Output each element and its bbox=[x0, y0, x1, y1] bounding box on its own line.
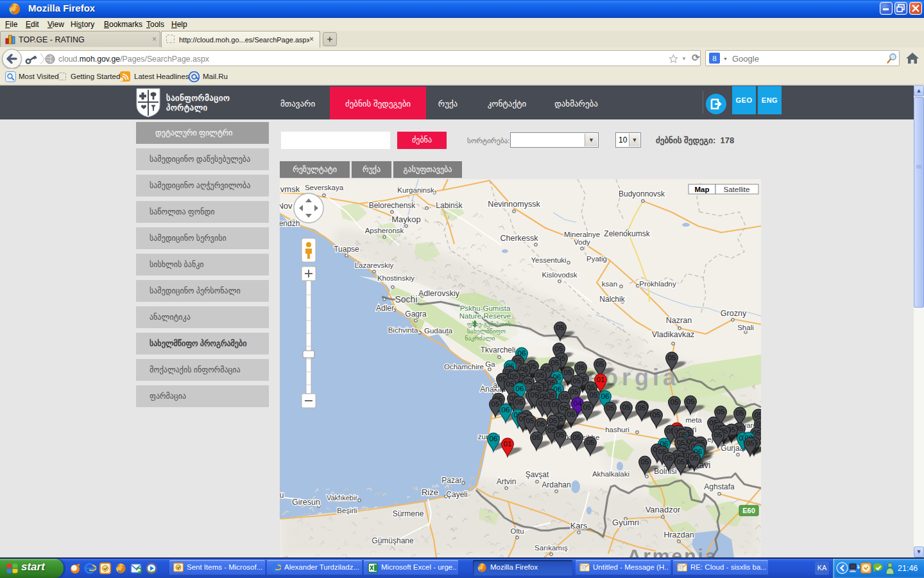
svg-text:Gyumri: Gyumri bbox=[612, 518, 639, 527]
svg-text:05: 05 bbox=[549, 417, 558, 425]
svg-text:Labinsk: Labinsk bbox=[436, 201, 463, 210]
svg-text:05: 05 bbox=[606, 404, 615, 412]
svg-text:Adler: Adler bbox=[376, 304, 394, 313]
svg-text:05: 05 bbox=[570, 388, 579, 396]
svg-text:05: 05 bbox=[668, 354, 676, 362]
svg-text:hashuri: hashuri bbox=[605, 426, 629, 434]
svg-text:Pazar: Pazar bbox=[441, 476, 461, 485]
svg-text:Apsheronsk: Apsheronsk bbox=[365, 227, 404, 234]
svg-text:Satellite: Satellite bbox=[724, 186, 750, 193]
svg-text:05: 05 bbox=[590, 391, 598, 399]
svg-text:05: 05 bbox=[714, 431, 723, 439]
svg-text:Gümüşhane: Gümüşhane bbox=[372, 536, 414, 545]
svg-text:meta: meta bbox=[685, 416, 702, 424]
svg-text:05: 05 bbox=[573, 377, 581, 385]
svg-text:Zelenokumsk: Zelenokumsk bbox=[604, 229, 650, 238]
svg-text:06: 06 bbox=[516, 385, 524, 392]
svg-text:Gagra: Gagra bbox=[405, 310, 427, 319]
svg-text:05: 05 bbox=[561, 393, 569, 401]
svg-text:Tuapse: Tuapse bbox=[334, 245, 359, 254]
svg-text:05: 05 bbox=[573, 434, 581, 441]
svg-text:Sarıkamış: Sarıkamış bbox=[535, 544, 568, 552]
svg-text:Kurganinsk: Kurganinsk bbox=[397, 186, 434, 194]
svg-text:Map: Map bbox=[695, 186, 710, 193]
svg-text:Gudauta: Gudauta bbox=[424, 327, 453, 335]
svg-text:05: 05 bbox=[746, 439, 755, 447]
svg-text:Kislovodsk: Kislovodsk bbox=[542, 271, 578, 279]
svg-text:05: 05 bbox=[638, 404, 646, 412]
svg-text:Adlerovskiy: Adlerovskiy bbox=[418, 289, 460, 298]
svg-text:05: 05 bbox=[755, 411, 761, 419]
svg-text:05: 05 bbox=[577, 363, 585, 371]
svg-text:Cherkessk: Cherkessk bbox=[500, 234, 538, 243]
svg-text:05: 05 bbox=[533, 434, 541, 441]
svg-text:05: 05 bbox=[653, 411, 661, 419]
svg-text:Nevinnomyssk: Nevinnomyssk bbox=[488, 200, 540, 209]
svg-text:Maykop: Maykop bbox=[391, 215, 421, 224]
svg-text:Khostinskiy: Khostinskiy bbox=[377, 274, 415, 282]
svg-text:ksan: ksan bbox=[602, 280, 617, 288]
svg-text:05: 05 bbox=[506, 380, 515, 388]
svg-text:endzh: endzh bbox=[280, 219, 300, 228]
svg-text:Belorechensk: Belorechensk bbox=[369, 201, 416, 210]
svg-text:Aghstafa: Aghstafa bbox=[704, 482, 735, 491]
svg-text:Armenia: Armenia bbox=[627, 545, 717, 557]
svg-text:Sürmene: Sürmene bbox=[393, 509, 424, 518]
svg-text:სახელმწიფო: სახელმწიფო bbox=[467, 328, 506, 335]
svg-text:u: u bbox=[280, 491, 284, 500]
svg-text:ფსხუ-გუმისთის: ფსხუ-გუმისთის bbox=[467, 320, 511, 328]
svg-text:Vanadzor: Vanadzor bbox=[646, 505, 681, 514]
svg-text:05: 05 bbox=[556, 431, 565, 439]
svg-text:05: 05 bbox=[665, 454, 673, 462]
svg-text:Tkvarcheli: Tkvarcheli bbox=[481, 346, 516, 355]
svg-text:Nov: Nov bbox=[280, 201, 293, 211]
svg-text:ნაკრძალი: ნაკრძალი bbox=[465, 335, 495, 342]
svg-text:05: 05 bbox=[757, 420, 761, 428]
svg-text:05: 05 bbox=[556, 324, 565, 331]
svg-text:Nazran: Nazran bbox=[666, 316, 692, 325]
svg-text:05: 05 bbox=[536, 371, 545, 379]
svg-text:05: 05 bbox=[596, 360, 604, 368]
svg-text:04: 04 bbox=[574, 399, 582, 407]
svg-text:Pskhu-Gumista: Pskhu-Gumista bbox=[460, 304, 511, 312]
svg-text:06: 06 bbox=[601, 392, 610, 400]
svg-text:Akhalkalaki: Akhalkalaki bbox=[592, 470, 629, 478]
svg-text:05: 05 bbox=[551, 359, 560, 367]
svg-text:Hrazdan: Hrazdan bbox=[663, 530, 694, 539]
svg-text:05: 05 bbox=[717, 408, 725, 416]
svg-text:Bichvinta: Bichvinta bbox=[388, 326, 418, 334]
svg-text:Severskaya: Severskaya bbox=[305, 184, 344, 191]
svg-text:Prokhladny: Prokhladny bbox=[639, 280, 676, 288]
svg-text:06: 06 bbox=[502, 406, 510, 414]
svg-text:Ardahan: Ardahan bbox=[542, 480, 570, 489]
svg-text:Sochi: Sochi bbox=[395, 294, 417, 304]
svg-text:Artvin: Artvin bbox=[497, 477, 517, 486]
svg-text:05: 05 bbox=[583, 403, 592, 411]
svg-text:Rize: Rize bbox=[422, 487, 438, 497]
svg-text:05: 05 bbox=[564, 369, 572, 376]
svg-text:Pyatig: Pyatig bbox=[586, 255, 607, 263]
svg-text:Kars: Kars bbox=[570, 521, 588, 530]
svg-text:Nature Reserve: Nature Reserve bbox=[459, 312, 511, 320]
svg-text:05: 05 bbox=[622, 403, 631, 411]
svg-text:Budyonnovsk: Budyonnovsk bbox=[619, 189, 665, 198]
svg-text:Ochamchire: Ochamchire bbox=[444, 363, 484, 371]
svg-text:05: 05 bbox=[690, 454, 699, 462]
svg-text:05: 05 bbox=[736, 409, 744, 417]
svg-text:05: 05 bbox=[586, 439, 595, 446]
svg-text:Vody: Vody bbox=[574, 238, 590, 246]
svg-text:05: 05 bbox=[555, 345, 563, 353]
svg-text:Lazarevskiy: Lazarevskiy bbox=[355, 261, 394, 269]
svg-text:05: 05 bbox=[492, 400, 500, 408]
svg-text:Shali: Shali bbox=[737, 324, 754, 331]
svg-text:Oltu: Oltu bbox=[510, 527, 524, 535]
svg-text:05: 05 bbox=[671, 398, 679, 406]
svg-text:E60: E60 bbox=[742, 507, 755, 514]
svg-text:Nalchik: Nalchik bbox=[599, 295, 625, 304]
svg-text:05: 05 bbox=[687, 398, 695, 405]
svg-text:05: 05 bbox=[641, 458, 649, 466]
svg-text:06: 06 bbox=[490, 435, 498, 442]
svg-text:vmsk: vmsk bbox=[280, 184, 300, 194]
svg-text:Çayeli: Çayeli bbox=[446, 490, 467, 499]
svg-text:Mineralnye: Mineralnye bbox=[564, 231, 600, 238]
